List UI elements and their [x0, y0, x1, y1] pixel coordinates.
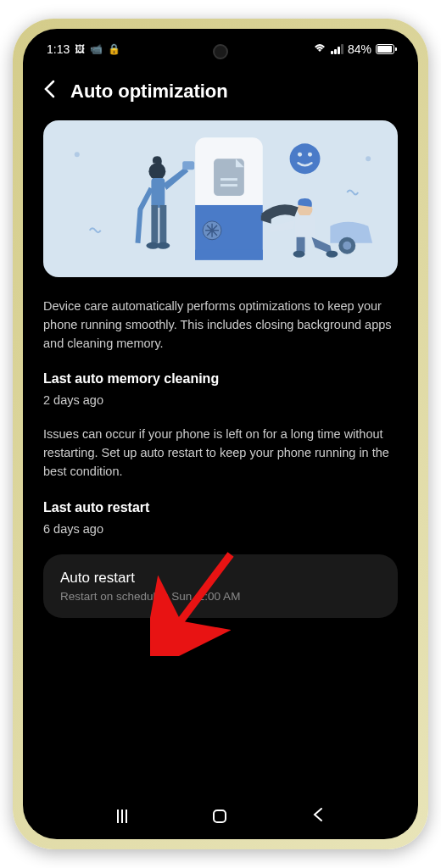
- signal-icon: [331, 44, 343, 54]
- svg-rect-13: [151, 178, 165, 208]
- back-button[interactable]: [43, 80, 55, 103]
- svg-rect-15: [151, 205, 158, 243]
- battery-icon: [376, 44, 394, 54]
- svg-point-23: [326, 251, 338, 258]
- description-text: Device care automatically performs optim…: [43, 298, 398, 353]
- svg-rect-14: [182, 161, 194, 170]
- hero-illustration: [43, 120, 398, 277]
- image-icon: 🖼: [75, 43, 85, 55]
- svg-rect-21: [297, 237, 305, 253]
- svg-point-4: [308, 153, 312, 157]
- battery-percent: 84%: [348, 42, 371, 56]
- svg-rect-7: [195, 250, 263, 260]
- phone-frame: 1:13 🖼 📹 🔒 84% Auto optimization: [13, 19, 428, 849]
- nav-recents-button[interactable]: [117, 810, 127, 823]
- svg-point-22: [293, 251, 305, 258]
- nav-back-button[interactable]: [312, 805, 324, 827]
- restart-info-text: Issues can occur if your phone is left o…: [43, 426, 398, 481]
- svg-point-2: [290, 143, 321, 174]
- svg-rect-10: [220, 178, 237, 181]
- svg-point-25: [343, 242, 351, 250]
- memory-cleaning-value: 2 days ago: [43, 393, 398, 407]
- phone-screen: 1:13 🖼 📹 🔒 84% Auto optimization: [23, 29, 418, 839]
- svg-rect-11: [220, 184, 237, 186]
- svg-point-18: [156, 242, 170, 249]
- svg-point-3: [298, 153, 302, 157]
- page-title: Auto optimization: [70, 81, 228, 103]
- svg-rect-20: [295, 215, 315, 239]
- svg-rect-16: [159, 205, 166, 243]
- svg-point-0: [75, 152, 80, 157]
- camera-notch: [213, 44, 228, 59]
- lock-icon: 🔒: [108, 43, 120, 55]
- navigation-bar: [23, 805, 418, 827]
- nav-home-button[interactable]: [213, 810, 226, 823]
- auto-restart-card[interactable]: Auto restart Restart on schedule : Sun, …: [43, 554, 398, 618]
- status-left: 1:13 🖼 📹 🔒: [47, 42, 120, 56]
- auto-restart-subtitle: Restart on schedule : Sun, 2:00 AM: [60, 590, 381, 603]
- video-icon: 📹: [90, 43, 103, 55]
- auto-restart-title: Auto restart: [60, 570, 381, 587]
- content-area: Device care automatically performs optim…: [23, 120, 418, 618]
- svg-point-12: [148, 163, 165, 180]
- memory-cleaning-title: Last auto memory cleaning: [43, 371, 398, 387]
- wifi-icon: [313, 43, 327, 56]
- last-restart-title: Last auto restart: [43, 500, 398, 515]
- status-right: 84%: [313, 42, 394, 56]
- last-restart-value: 6 days ago: [43, 522, 398, 536]
- svg-point-1: [366, 156, 371, 161]
- status-time: 1:13: [47, 42, 70, 56]
- page-header: Auto optimization: [23, 63, 418, 120]
